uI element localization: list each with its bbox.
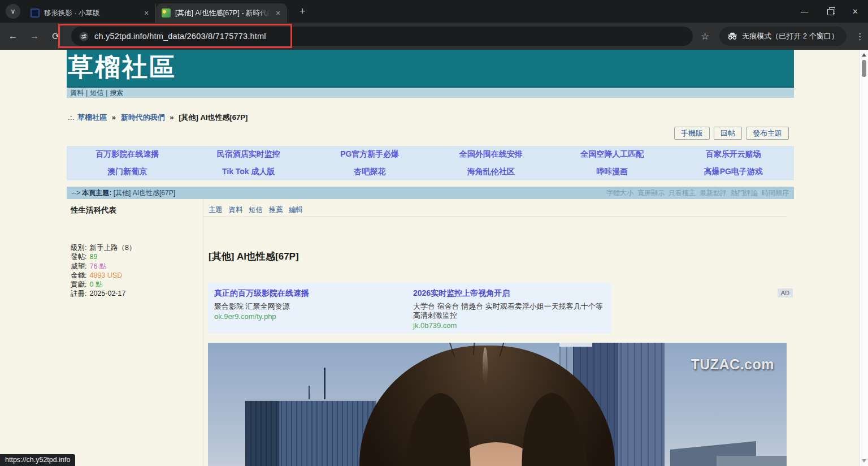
- building-antenna: [324, 368, 326, 399]
- stat-row-contribution: 貢獻:0 點: [71, 280, 136, 289]
- nav-link-search[interactable]: 搜索: [110, 89, 123, 97]
- stat-level-value: 新手上路（8）: [89, 244, 136, 252]
- breadcrumb-link-forum[interactable]: 草榴社區: [77, 113, 107, 122]
- breadcrumb-current: [其他] AI也性感[67P]: [179, 113, 248, 122]
- header-nav: 資料|短信|搜索: [67, 88, 794, 98]
- nav-divider: |: [86, 89, 88, 97]
- promo-link[interactable]: 全国空降人工匹配: [580, 149, 644, 159]
- tab-1-close-icon[interactable]: ✕: [142, 8, 151, 18]
- tab-2-title: [其他] AI也性感[67P] - 新時代的: [175, 8, 270, 18]
- link-status-tooltip: https://ch.y52tpd.info: [0, 454, 75, 466]
- tab-2-active[interactable]: [其他] AI也性感[67P] - 新時代的 ✕: [156, 3, 287, 23]
- skyline-building-left: [245, 399, 376, 466]
- topic-bar-title: --> 本頁主題: [其他] AI也性感[67P]: [72, 187, 175, 199]
- tab-2-close-icon[interactable]: ✕: [274, 8, 283, 18]
- stat-money-value: 4893 USD: [89, 271, 122, 279]
- option-time-order[interactable]: 時間順序: [762, 187, 789, 199]
- ad-item-2: 2026实时监控上帝视角开启 大学台 宿舍台 情趣台 实时观看卖淫小姐一天揽客几…: [413, 288, 605, 330]
- hair-center-part: [483, 347, 488, 387]
- sponsored-ads-box: 真正的百万级影院在线速播 聚合影院 汇聚全网资源 ok.9er9.com/ty.…: [208, 283, 611, 334]
- tab-1[interactable]: 移形换影 · 小草版 ✕: [25, 3, 156, 23]
- forward-button[interactable]: →: [26, 31, 43, 42]
- tab-message[interactable]: 短信: [249, 206, 263, 214]
- promo-link[interactable]: 全国外围在线安排: [459, 149, 523, 159]
- scrollbar-thumb[interactable]: [862, 60, 866, 77]
- tab-search-button[interactable]: ∨: [6, 4, 20, 19]
- tab-edit[interactable]: 編輯: [289, 206, 303, 214]
- new-topic-button[interactable]: 發布主題: [746, 127, 789, 140]
- option-latest-comments[interactable]: 最新點評: [700, 187, 727, 199]
- scrollbar-up-arrow[interactable]: [862, 53, 866, 57]
- ad-2-description: 大学台 宿舍台 情趣台 实时观看卖淫小姐一天揽客几十个等高清刺激监控: [413, 302, 605, 320]
- stat-row-registered: 註冊:2025-02-17: [71, 289, 136, 298]
- author-username: 性生活科代表: [71, 205, 116, 215]
- tab-1-title: 移形换影 · 小草版: [44, 8, 138, 18]
- ad-2-title-link[interactable]: 2026实时监控上帝视角开启: [413, 288, 605, 299]
- breadcrumb-prefix: .:.: [68, 113, 75, 122]
- topic-arrow: -->: [72, 189, 80, 197]
- site-info-icon[interactable]: [79, 32, 89, 41]
- option-op-only[interactable]: 只看樓主: [669, 187, 696, 199]
- promo-link[interactable]: 哔咔漫画: [596, 167, 628, 177]
- address-bar[interactable]: ch.y52tpd.info/htm_data/2603/8/7175773.h…: [71, 27, 693, 46]
- option-hot-comments[interactable]: 熱門評論: [731, 187, 758, 199]
- topic-bar: --> 本頁主題: [其他] AI也性感[67P] 字體大小 寬屏顯示 只看樓主…: [67, 187, 794, 199]
- topic-title-text: [其他] AI也性感[67P]: [114, 189, 175, 197]
- promo-link[interactable]: 澳门新葡京: [107, 167, 147, 177]
- promo-link[interactable]: 百家乐开云赌场: [706, 149, 761, 159]
- nav-link-messages[interactable]: 短信: [90, 89, 103, 97]
- option-font-size[interactable]: 字體大小: [606, 187, 633, 199]
- option-wide-screen[interactable]: 寬屏顯示: [637, 187, 665, 199]
- promo-link[interactable]: 民宿酒店实时监控: [217, 149, 280, 159]
- back-button[interactable]: ←: [5, 31, 21, 42]
- promo-link[interactable]: PG官方新手必爆: [340, 149, 399, 159]
- tab-profile[interactable]: 資料: [228, 206, 242, 214]
- chevron-down-icon: ∨: [11, 7, 16, 15]
- promo-link[interactable]: 高爆PG电子游戏: [704, 167, 763, 177]
- bookmark-star-icon[interactable]: ☆: [701, 31, 709, 42]
- post-image[interactable]: TUZAC.com: [208, 343, 787, 466]
- stat-row-money: 金錢:4893 USD: [71, 271, 136, 280]
- skyline-building-far-right-low: [717, 456, 787, 466]
- close-button[interactable]: ✕: [843, 0, 868, 23]
- tab-1-favicon: [31, 8, 40, 18]
- building-antenna-small: [309, 386, 310, 399]
- page-scrollbar[interactable]: [860, 50, 868, 466]
- promo-link[interactable]: 杏吧探花: [354, 167, 385, 177]
- scrollbar-down-arrow[interactable]: [862, 459, 866, 463]
- tab-recommend[interactable]: 推薦: [268, 206, 283, 214]
- new-tab-button[interactable]: +: [295, 4, 310, 19]
- promo-link[interactable]: 百万影院在线速播: [96, 149, 159, 159]
- breadcrumb-link-board[interactable]: 新時代的我們: [121, 113, 165, 122]
- author-stats: 級別:新手上路（8） 發帖:89 威望:76 點 金錢:4893 USD 貢獻:…: [71, 243, 136, 299]
- ad-item-1: 真正的百万级影院在线速播 聚合影院 汇聚全网资源 ok.9er9.com/ty.…: [214, 288, 401, 321]
- post-column: 主題 資料 短信 推薦 編輯 [其他] AI也性感[67P] 真正的百万级影院在…: [203, 199, 794, 466]
- promo-link[interactable]: 海角乱伦社区: [467, 167, 515, 177]
- reply-button[interactable]: 回帖: [714, 127, 742, 140]
- nav-divider: |: [106, 89, 107, 97]
- nav-link-profile[interactable]: 資料: [70, 89, 84, 97]
- ad-2-url-link[interactable]: jk.0b739.com: [413, 321, 605, 330]
- reload-button[interactable]: ⟳: [47, 31, 64, 42]
- incognito-icon: [727, 32, 737, 40]
- ad-badge: AD: [778, 288, 793, 297]
- post-title: [其他] AI也性感[67P]: [209, 250, 299, 263]
- image-watermark: TUZAC.com: [691, 356, 774, 373]
- window-controls: — ✕: [792, 0, 868, 23]
- stat-row-level: 級別:新手上路（8）: [71, 243, 136, 252]
- browser-menu-icon[interactable]: ⋮: [856, 31, 865, 42]
- ad-1-url-link[interactable]: ok.9er9.com/ty.php: [214, 312, 401, 321]
- tab-topic[interactable]: 主題: [209, 206, 223, 214]
- ad-1-title-link[interactable]: 真正的百万级影院在线速播: [214, 288, 401, 299]
- minimize-button[interactable]: —: [792, 0, 817, 23]
- mobile-version-button[interactable]: 手機版: [674, 127, 710, 140]
- page-content: 草榴社區 資料|短信|搜索 .:. 草榴社區 » 新時代的我們 » [其他] A…: [67, 50, 794, 466]
- tab-2-favicon: [162, 8, 171, 18]
- restore-button[interactable]: [817, 0, 843, 23]
- incognito-badge: 无痕模式（已打开 2 个窗口）: [719, 27, 846, 46]
- topic-bar-options: 字體大小 寬屏顯示 只看樓主 最新點評 熱門評論 時間順序: [606, 187, 789, 199]
- promo-link[interactable]: Tik Tok 成人版: [222, 167, 275, 177]
- page-viewport: 草榴社區 資料|短信|搜索 .:. 草榴社區 » 新時代的我們 » [其他] A…: [0, 50, 868, 466]
- breadcrumb: .:. 草榴社區 » 新時代的我們 » [其他] AI也性感[67P]: [68, 113, 248, 123]
- tower-roof-cap: [559, 343, 592, 347]
